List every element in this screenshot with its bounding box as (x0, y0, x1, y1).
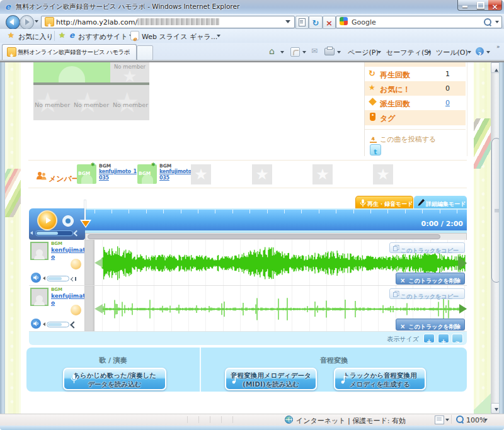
member-badge-label: BGM (159, 163, 171, 169)
stat-label: タグ (380, 113, 396, 124)
close-button[interactable]: × (488, 0, 502, 11)
post-song-link[interactable]: この曲を投稿する (380, 135, 436, 144)
timeline-hscroll-thumb[interactable] (88, 234, 440, 239)
wave-end-marker[interactable] (459, 304, 467, 314)
note-icon (232, 375, 239, 384)
member-slot-empty: ★ (373, 164, 393, 184)
delete-track-button[interactable]: × このトラックを削除 (396, 273, 465, 285)
maximize-button[interactable] (472, 0, 489, 11)
zoom-in-button[interactable]: + (423, 334, 435, 343)
track-avatar (30, 288, 49, 306)
menu-safety[interactable]: セーフティ(S) (386, 48, 432, 57)
stop-button[interactable]: × (323, 16, 336, 29)
load-midi-button[interactable]: 音程変換用メロディデータ (MIDI)を読み込む (225, 368, 317, 390)
wave-start-marker[interactable] (94, 258, 103, 268)
generate-melody-button[interactable]: トラックから音程変換用 メロディを生成する (334, 368, 426, 390)
favorites-bar (0, 29, 504, 43)
track-gutter (84, 240, 94, 285)
copy-icon (393, 291, 399, 297)
scroll-up-icon (495, 67, 498, 72)
track-mute-button[interactable] (31, 273, 41, 283)
feeds-icon[interactable] (290, 47, 300, 57)
master-volume-slider[interactable] (35, 230, 73, 236)
zoom-fit-button[interactable]: ~ (452, 334, 463, 343)
add-favorite-icon[interactable]: ★ (59, 31, 66, 40)
stop-button[interactable] (62, 215, 74, 227)
member-slot-empty: ★ (252, 164, 272, 184)
wave-start-marker[interactable] (94, 304, 103, 314)
back-button[interactable] (6, 15, 20, 30)
member-name-link[interactable]: kenfujimoto_1035 (99, 169, 137, 181)
playhead-marker[interactable] (82, 221, 89, 230)
member-avatar-star-icon: ✱ (91, 162, 95, 167)
search-dropdown-icon[interactable] (495, 21, 499, 25)
member-avatar-star-icon: ✱ (151, 162, 156, 167)
io-button-line2: データを読み込む (64, 380, 165, 389)
star-icon: ★ (376, 166, 390, 183)
status-zoom-level: 100% (466, 416, 486, 424)
twitter-button[interactable]: t (370, 144, 381, 156)
bg-mosaic-right (472, 118, 491, 169)
refresh-button[interactable]: ↻ (309, 16, 323, 29)
stat-value: 0 (418, 84, 450, 93)
timeline-ruler[interactable] (29, 209, 467, 215)
suggested-sites-button[interactable]: おすすめサイト (78, 32, 128, 42)
members-icon (36, 171, 47, 181)
pencil-icon (417, 198, 425, 207)
track-owner-link[interactable]: kenfujimato (51, 247, 87, 260)
delete-track-button[interactable]: × このトラックを削除 (396, 319, 465, 331)
mic-icon (71, 374, 77, 384)
track-owner-link[interactable]: kenfujimato (51, 293, 87, 306)
tag-icon (370, 113, 375, 121)
delete-track-label: このトラックを削除 (409, 278, 461, 284)
copy-icon (393, 245, 399, 251)
mail-icon[interactable]: ✉ (311, 47, 318, 55)
menu-page[interactable]: ページ(P) (348, 48, 379, 57)
compatibility-button[interactable] (295, 16, 309, 29)
stat-label: お気に！ (380, 84, 411, 95)
zoom-out-button[interactable]: + (438, 334, 449, 343)
stat-value: 1 (418, 70, 450, 78)
toolbar-overflow-icon[interactable]: » (496, 43, 500, 50)
stop-icon (66, 218, 71, 223)
track-badge: BGM (51, 241, 62, 246)
history-dropdown-icon[interactable] (35, 20, 38, 25)
io-section-label: 歌 / 演奏 (26, 356, 200, 365)
copy-track-button[interactable]: このトラックをコピー (389, 242, 465, 253)
play-button[interactable] (37, 210, 57, 230)
track-volume-slider[interactable] (47, 322, 69, 327)
webslice-icon: e (130, 31, 139, 40)
copy-track-button[interactable]: このトラックをコピー (389, 288, 465, 299)
member-badge: BGM (78, 171, 90, 176)
forward-button[interactable] (20, 15, 34, 30)
load-recorded-button[interactable]: あらかじめ歌った/演奏した データを読み込む (63, 368, 166, 390)
io-button-line2: (MIDI)を読み込む (226, 380, 316, 389)
menu-tools[interactable]: ツール(O) (436, 48, 468, 57)
home-icon[interactable]: ⌂ (269, 46, 275, 56)
io-button-line1: トラックから音程変換用 (335, 371, 425, 380)
track-volume-slider[interactable] (47, 276, 69, 281)
banner-empty-members: ★ ★ ★ No member No member No member (33, 85, 149, 120)
stop-icon: × (326, 18, 333, 28)
status-compat-icon[interactable] (435, 416, 444, 424)
status-bar (0, 414, 504, 426)
print-icon[interactable] (324, 48, 335, 55)
members-label: メンバー (49, 174, 79, 184)
track-egg-icon[interactable] (71, 305, 81, 315)
track-badge: BGM (51, 287, 62, 292)
webslice-gallery-button[interactable]: Web スライス ギャラ... (142, 32, 217, 42)
stat-label: 派生回数 (380, 99, 410, 110)
track-mute-button[interactable] (31, 319, 41, 329)
minimize-button[interactable] (457, 0, 474, 11)
zoom-fit-icon: ~ (455, 339, 460, 345)
stat-value-link[interactable]: 0 (418, 99, 450, 107)
wave-end-marker[interactable] (458, 256, 467, 271)
track-egg-icon[interactable] (71, 259, 81, 269)
new-tab-stub[interactable] (137, 45, 153, 60)
search-engine-label: Google (352, 18, 376, 26)
note-icon (341, 375, 348, 384)
help-icon[interactable]: ? (476, 47, 484, 55)
favorites-button[interactable]: お気に入り (18, 32, 54, 42)
url-dropdown-icon[interactable] (285, 20, 290, 26)
member-slot-empty: ★ (312, 164, 333, 184)
